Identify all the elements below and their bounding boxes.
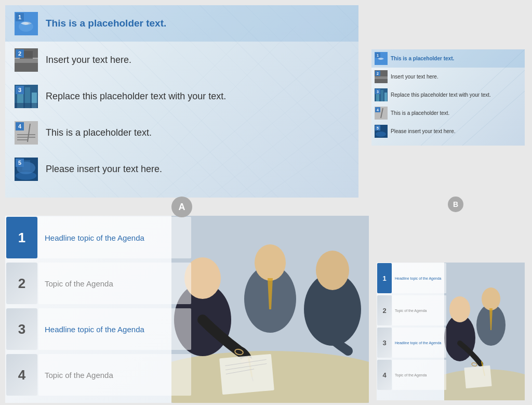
svg-point-52 xyxy=(316,251,349,290)
slide-b-thumbnail-1: 1 xyxy=(375,52,388,65)
agenda-num-c-2: 2 xyxy=(6,263,37,304)
agenda-text-c-4: Topic of the Agenda xyxy=(38,354,191,396)
slide-b-item-5[interactable]: 5 Please insert your text here. xyxy=(371,122,525,140)
thumbnail-1: 1 xyxy=(15,12,38,35)
slide-c: 1 Headline topic of the Agenda 2 Topic o… xyxy=(5,216,369,403)
agenda-item-c-2[interactable]: 2 Topic of the Agenda xyxy=(5,262,192,305)
svg-point-64 xyxy=(482,288,500,310)
slide-b-item-2-text: Insert your text here. xyxy=(391,74,438,80)
thumb-num-2: 2 xyxy=(16,49,24,58)
agenda-num-c-4: 4 xyxy=(6,354,37,396)
slide-a-item-4-text: This is a placeholder text. xyxy=(46,127,152,138)
thumbnail-4: 4 xyxy=(15,121,38,145)
slide-b-item-4-text: This is a placeholder text. xyxy=(391,110,449,116)
slide-a-item-2[interactable]: 2 Insert your text here. xyxy=(5,42,358,78)
agenda-text-d-1: Headline topic of the Agenda xyxy=(392,263,446,293)
thumb-num-3: 3 xyxy=(16,86,24,94)
svg-point-40 xyxy=(376,132,386,137)
thumbnail-3: 3 xyxy=(15,85,38,108)
slide-b-thumb-num-4: 4 xyxy=(375,107,380,112)
thumb-num-5: 5 xyxy=(16,159,24,167)
agenda-num-c-1: 1 xyxy=(6,217,37,258)
svg-rect-17 xyxy=(15,103,38,108)
svg-rect-20 xyxy=(17,137,35,138)
agenda-text-c-2: Topic of the Agenda xyxy=(38,263,191,304)
slide-d: 1 Headline topic of the Agenda 2 Topic o… xyxy=(377,263,525,400)
slide-b-item-1-text: This is a placeholder text. xyxy=(391,56,454,61)
svg-rect-10 xyxy=(15,59,38,63)
label-b: B xyxy=(448,197,463,212)
agenda-text-c-1: Headline topic of the Agenda xyxy=(38,217,191,258)
agenda-item-d-4[interactable]: 4 Topic of the Agenda xyxy=(377,359,447,390)
thumbnail-5: 5 xyxy=(15,158,38,181)
slide-b-item-4[interactable]: 4 This is a placeholder text. xyxy=(371,104,525,122)
slide-a-item-1-text: This is a placeholder text. xyxy=(46,18,166,29)
thumb-num-4: 4 xyxy=(16,122,24,130)
svg-rect-53 xyxy=(219,354,274,395)
agenda-text-d-2: Topic of the Agenda xyxy=(392,295,446,325)
slide-b-thumb-num-1: 1 xyxy=(375,53,380,58)
slide-b-item-3[interactable]: 3 Replace this placeholder text with you… xyxy=(371,86,525,104)
slide-a-item-3-text: Replace this placeholder text with your … xyxy=(46,91,226,102)
agenda-num-d-4: 4 xyxy=(377,360,392,390)
slide-b-thumb-num-3: 3 xyxy=(375,89,380,94)
agenda-list-c: 1 Headline topic of the Agenda 2 Topic o… xyxy=(5,216,192,403)
slide-b-thumbnail-3: 3 xyxy=(375,88,388,101)
slide-a-item-5-text: Please insert your text here. xyxy=(46,164,162,175)
slide-a-item-5[interactable]: 5 Please insert your text here. xyxy=(5,151,358,187)
slide-b-thumbnail-4: 4 xyxy=(375,107,388,120)
thumbnail-2: 2 xyxy=(15,48,38,72)
agenda-num-d-2: 2 xyxy=(377,295,392,325)
slide-b-item-5-text: Please insert your text here. xyxy=(391,128,456,134)
label-a: A xyxy=(171,197,192,217)
agenda-num-d-3: 3 xyxy=(377,328,392,358)
agenda-num-d-1: 1 xyxy=(377,263,392,293)
agenda-text-d-3: Headline topic of the Agenda xyxy=(392,328,446,358)
slide-a-item-1[interactable]: 1 This is a placeholder text. xyxy=(5,5,358,42)
svg-rect-21 xyxy=(17,139,28,140)
meeting-svg xyxy=(171,216,369,403)
thumb-num-1: 1 xyxy=(16,13,24,21)
meeting-svg-d xyxy=(444,263,525,400)
agenda-text-d-4: Topic of the Agenda xyxy=(392,360,446,390)
slide-b-item-2[interactable]: 2 Insert your text here. xyxy=(371,68,525,86)
agenda-num-c-3: 3 xyxy=(6,308,37,350)
slide-a-item-3[interactable]: 3 Replace this placeholder text with you… xyxy=(5,78,358,114)
slide-b-thumbnail-5: 5 xyxy=(375,125,388,138)
svg-point-49 xyxy=(255,244,286,281)
slide-b-thumb-num-5: 5 xyxy=(375,125,380,130)
slide-b-item-3-text: Replace this placeholder text with your … xyxy=(391,92,491,98)
agenda-item-d-1[interactable]: 1 Headline topic of the Agenda xyxy=(377,263,447,294)
slide-a: 1 This is a placeholder text. 2 Insert y… xyxy=(5,5,358,198)
agenda-item-c-1[interactable]: 1 Headline topic of the Agenda xyxy=(5,216,192,259)
svg-rect-32 xyxy=(375,76,388,79)
slide-b-thumb-num-2: 2 xyxy=(375,71,380,76)
slide-a-item-2-text: Insert your text here. xyxy=(46,55,131,66)
svg-point-61 xyxy=(449,296,470,322)
slide-b-thumbnail-2: 2 xyxy=(375,70,388,83)
svg-rect-66 xyxy=(464,365,491,388)
agenda-item-d-2[interactable]: 2 Topic of the Agenda xyxy=(377,295,447,326)
agenda-item-c-4[interactable]: 4 Topic of the Agenda xyxy=(5,353,192,397)
slide-b-item-1[interactable]: 1 This is a placeholder text. xyxy=(371,49,525,68)
slide-b: 1 This is a placeholder text. 2 Insert y… xyxy=(371,49,525,146)
svg-rect-35 xyxy=(381,90,383,101)
meeting-photo-c xyxy=(171,216,369,403)
agenda-item-d-3[interactable]: 3 Headline topic of the Agenda xyxy=(377,327,447,358)
agenda-text-c-3: Headline topic of the Agenda xyxy=(38,308,191,350)
slide-a-item-4[interactable]: 4 This is a placeholder text. xyxy=(5,114,358,151)
meeting-photo-d xyxy=(444,263,525,400)
agenda-list-d: 1 Headline topic of the Agenda 2 Topic o… xyxy=(377,263,447,400)
svg-rect-36 xyxy=(384,93,387,101)
agenda-item-c-3[interactable]: 3 Headline topic of the Agenda xyxy=(5,307,192,351)
svg-rect-19 xyxy=(17,134,35,135)
